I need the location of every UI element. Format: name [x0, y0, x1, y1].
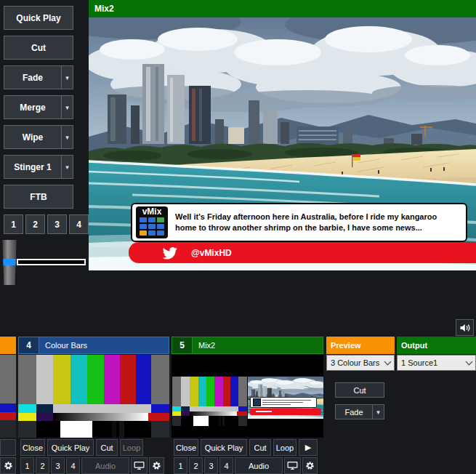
chevron-down-icon[interactable]: ▾ — [61, 126, 73, 148]
gear-icon — [305, 461, 315, 470]
preview-video-frame: vMix Well it's Friday afternoon here in … — [89, 17, 476, 270]
input-5-audio-button[interactable]: Audio — [235, 457, 283, 474]
chevron-down-icon[interactable]: ▾ — [61, 156, 73, 178]
input-5-settings-button[interactable] — [302, 457, 318, 474]
twitter-bird-icon — [161, 246, 179, 260]
input-5-header[interactable]: 5 Mix2 — [172, 337, 323, 354]
tbar-track[interactable] — [17, 259, 86, 265]
tbar-position-indicator — [2, 259, 17, 265]
twitter-ticker-bar: @vMixHD Tweet us! #vMixHD — [129, 242, 476, 263]
input-4-thumbnail[interactable] — [18, 355, 169, 438]
preview-title-bar: Mix2 — [89, 0, 476, 17]
input-5-overlay-3-button[interactable]: 3 — [204, 457, 218, 474]
input-5-footer-row2: 1 2 3 4 Audio — [174, 457, 318, 474]
vmix-logo-mini — [253, 398, 261, 406]
fade-label: Fade — [4, 66, 61, 89]
quick-play-button[interactable]: Quick Play — [4, 6, 73, 30]
input-3-header-fragment[interactable] — [0, 337, 16, 354]
input-4-name: Colour Bars — [39, 337, 87, 353]
input-5-quick-play-button[interactable]: Quick Play — [201, 439, 247, 456]
input-4-settings-button[interactable] — [149, 457, 164, 474]
input-4-audio-button[interactable]: Audio — [81, 457, 129, 474]
merge-button[interactable]: Merge ▾ — [4, 95, 73, 119]
overlay-2-button[interactable]: 2 — [25, 214, 45, 234]
monitor-icon — [287, 461, 298, 470]
input-5-overlay-4-button[interactable]: 4 — [219, 457, 233, 474]
chevron-down-icon — [384, 358, 392, 366]
input-4-number: 4 — [19, 337, 39, 353]
input-3-partial — [0, 337, 16, 474]
output-source-value: 1 Source1 — [401, 358, 437, 367]
wipe-button[interactable]: Wipe ▾ — [4, 125, 73, 149]
cut-button[interactable]: Cut — [4, 36, 73, 60]
input-5-overlay-2-button[interactable]: 2 — [189, 457, 203, 474]
input-5-loop-button[interactable]: Loop — [273, 439, 297, 456]
mix2-preview-window: Mix2 vMix Well it's Friday afternoon her… — [89, 0, 476, 270]
input-4-overlay-4-button[interactable]: 4 — [66, 457, 80, 474]
chevron-glyph: ▾ — [65, 164, 69, 171]
preview-bus-header: Preview — [326, 337, 395, 354]
input-4-loop-button[interactable]: Loop — [120, 439, 143, 456]
input-5-close-button[interactable]: Close — [174, 439, 198, 456]
merge-label: Merge — [4, 96, 61, 118]
stinger-label: Stinger 1 — [4, 156, 61, 178]
input-4-overlay-3-button[interactable]: 3 — [51, 457, 65, 474]
tweet-overlay-mini — [250, 397, 317, 408]
speaker-icon — [459, 323, 471, 333]
mix2-beach-mini — [248, 377, 323, 419]
overlay-3-button[interactable]: 3 — [47, 214, 67, 234]
output-bus-header: Output — [397, 337, 476, 354]
preview-source-dropdown[interactable]: 3 Colour Bars — [326, 355, 395, 371]
input-5-name: Mix2 — [193, 337, 215, 353]
overlay-4-button[interactable]: 4 — [69, 214, 89, 234]
mix-fade-label: Fade — [336, 405, 372, 419]
input-4-cut-button[interactable]: Cut — [96, 439, 118, 456]
input-4-overlay-1-button[interactable]: 1 — [20, 457, 34, 474]
input-5-footer-row1: Close Quick Play Cut Loop ▶ — [174, 439, 318, 456]
gear-icon — [4, 461, 13, 470]
input-4-footer-row1: Close Quick Play Cut Loop — [20, 439, 143, 456]
colour-bars-pattern — [18, 355, 169, 438]
output-source-dropdown[interactable]: 1 Source1 — [397, 355, 476, 371]
input-5-cut-button[interactable]: Cut — [249, 439, 271, 456]
gear-icon — [152, 461, 161, 470]
fade-button[interactable]: Fade ▾ — [4, 65, 73, 89]
wipe-label: Wipe — [4, 126, 61, 148]
ftb-label: FTB — [4, 185, 73, 208]
tweet-message: Well it's Friday afternoon here in Austr… — [168, 210, 466, 234]
input-5-play-button[interactable]: ▶ — [299, 439, 318, 456]
chevron-down-icon[interactable]: ▾ — [61, 96, 73, 118]
mix-cut-button[interactable]: Cut — [335, 382, 384, 398]
master-audio-button[interactable] — [456, 319, 474, 336]
input-3-settings-button[interactable] — [0, 457, 16, 474]
input-3-thumbnail-fragment — [0, 412, 16, 420]
stinger-button[interactable]: Stinger 1 ▾ — [4, 155, 73, 179]
input-4-header[interactable]: 4 Colour Bars — [18, 337, 169, 354]
ftb-button[interactable]: FTB — [4, 185, 73, 209]
tbar-handle[interactable] — [2, 240, 17, 285]
input-4-fullscreen-button[interactable] — [131, 457, 148, 474]
overlay-1-button[interactable]: 1 — [4, 214, 23, 234]
input-4-panel: 4 Colour Bars Close Quick Play Cut Loop … — [18, 337, 169, 474]
chevron-down-icon[interactable]: ▾ — [61, 66, 73, 89]
input-3-footer-fragment[interactable] — [0, 439, 16, 456]
vmix-logo-grid — [136, 217, 168, 239]
twitter-handle: @vMixHD — [191, 248, 232, 258]
input-4-overlay-2-button[interactable]: 2 — [36, 457, 49, 474]
chevron-glyph: ▾ — [65, 104, 69, 111]
preview-source-value: 3 Colour Bars — [331, 358, 379, 367]
chevron-glyph: ▾ — [65, 134, 69, 141]
tweet-overlay: vMix Well it's Friday afternoon here in … — [131, 203, 467, 242]
input-4-quick-play-button[interactable]: Quick Play — [47, 439, 94, 456]
input-5-thumbnail[interactable] — [172, 355, 323, 438]
chevron-glyph: ▾ — [65, 74, 69, 81]
input-5-fullscreen-button[interactable] — [284, 457, 301, 474]
chevron-down-icon[interactable]: ▾ — [372, 405, 384, 419]
chevron-glyph: ▾ — [376, 409, 380, 416]
input-3-thumbnail-fragment — [0, 420, 16, 438]
chevron-down-icon — [466, 358, 473, 366]
input-5-overlay-1-button[interactable]: 1 — [174, 457, 187, 474]
mix-fade-button[interactable]: Fade ▾ — [335, 404, 384, 419]
input-4-close-button[interactable]: Close — [20, 439, 45, 456]
vmix-logo-text: vMix — [136, 206, 168, 217]
